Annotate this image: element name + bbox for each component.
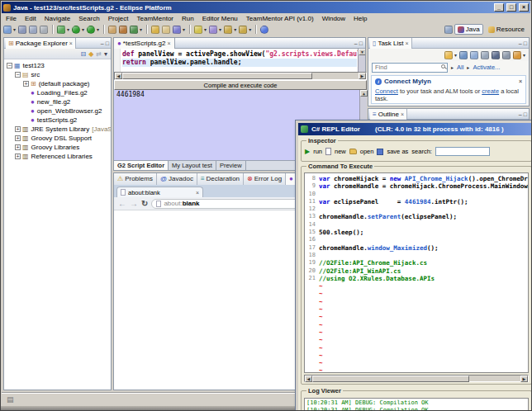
scroll-right-icon[interactable]: ▶: [359, 73, 366, 79]
dropdown-arrow-icon[interactable]: ▾: [67, 26, 69, 32]
run-external-icon[interactable]: [87, 26, 95, 34]
minimize-view-icon[interactable]: –: [354, 40, 358, 47]
editor-tab-testscripts[interactable]: ● *testScripts.g2 ×: [114, 38, 175, 49]
open-type-icon[interactable]: [162, 26, 170, 34]
menu-file[interactable]: File: [2, 15, 21, 22]
sync-icon[interactable]: [513, 51, 521, 59]
tree-item-new-file-g2[interactable]: ●new_file.g2: [4, 97, 111, 106]
tree-expand-toggle[interactable]: +: [23, 81, 29, 87]
close-icon[interactable]: ×: [69, 40, 73, 47]
delete-icon[interactable]: [492, 51, 500, 59]
tree-expand-toggle[interactable]: −: [7, 63, 12, 68]
filter-all-link[interactable]: All: [457, 64, 463, 71]
scroll-up-icon[interactable]: ▼: [359, 49, 365, 55]
tree-item-loading-files-g2[interactable]: ●Loading_Files.g2: [4, 88, 111, 97]
view-tab-declaration[interactable]: ≡Declaration: [197, 173, 244, 185]
print-icon[interactable]: [40, 26, 48, 34]
compile-execute-button[interactable]: Compile and execute code: [114, 80, 367, 90]
link-editor-icon[interactable]: ⇄: [96, 50, 102, 58]
dropdown-arrow-icon[interactable]: ▾: [454, 52, 457, 58]
tree-item-default-package[interactable]: +⊞(default package): [4, 79, 111, 88]
open-folder-icon[interactable]: [349, 149, 357, 154]
editor-page-tab-my-layout-test[interactable]: My Layout test: [169, 161, 216, 170]
mylyn-link-connect[interactable]: Connect: [375, 87, 398, 95]
back-icon[interactable]: [224, 26, 232, 34]
tree-item-referenced-libraries[interactable]: +▥Referenced Libraries: [4, 152, 111, 161]
dropdown-arrow-icon[interactable]: ▾: [183, 26, 185, 32]
help-icon[interactable]: [260, 26, 268, 34]
tree-expand-toggle[interactable]: +: [15, 154, 21, 159]
scroll-left-icon[interactable]: ◀: [115, 73, 122, 79]
close-button[interactable]: ×: [519, 3, 529, 12]
menu-project[interactable]: Project: [104, 15, 133, 22]
focus-workweek-icon[interactable]: [459, 51, 468, 59]
menu-help[interactable]: Help: [349, 15, 371, 22]
last-edit-location-icon[interactable]: [194, 26, 202, 34]
menu-teammentor-api-v1-0[interactable]: TeamMentor API (v1.0): [242, 15, 318, 22]
activate-link[interactable]: Activate...: [473, 64, 500, 71]
browser-reload-icon[interactable]: ↻: [141, 200, 148, 208]
debug-icon[interactable]: [57, 26, 65, 34]
maximize-view-icon[interactable]: □: [359, 40, 363, 47]
tree-expand-toggle[interactable]: −: [15, 72, 21, 78]
minimize-button[interactable]: _: [494, 3, 504, 12]
run-button[interactable]: run: [313, 148, 322, 155]
view-menu-icon[interactable]: ▾: [523, 52, 525, 58]
tree-expand-toggle[interactable]: +: [15, 144, 21, 150]
log-viewer-content[interactable]: [10:20:31 AM] DEBUG: Compilation OK[10:2…: [304, 398, 529, 411]
view-tab-problems[interactable]: ⚠Problems: [114, 173, 157, 185]
run-icon[interactable]: ▶: [305, 149, 310, 155]
dropdown-arrow-icon[interactable]: ▾: [219, 26, 221, 32]
perspective-java-button[interactable]: Java: [454, 24, 483, 35]
package-explorer-tab[interactable]: ⊞ Package Explorer ×: [6, 38, 76, 49]
new-file-icon[interactable]: [325, 148, 331, 155]
editor-page-tab-g2-script-editor[interactable]: G2 Script Editor: [114, 161, 169, 170]
tree-item-open-webbrowser-g2[interactable]: ●open_WebBrowser.g2: [4, 106, 111, 116]
scrollbar-thumb[interactable]: [122, 73, 312, 79]
repl-titlebar[interactable]: C# REPL Editor (CLR: 4.0 in 32 bit proce…: [298, 123, 532, 135]
find-input[interactable]: [372, 63, 448, 73]
groovy-code-area[interactable]: def panelView = activePage.showView("g2.…: [114, 49, 365, 72]
browser-forward-icon[interactable]: →: [130, 200, 138, 208]
collapse-all-icon[interactable]: ⊟: [80, 50, 86, 58]
new-wizard-icon[interactable]: [3, 26, 12, 34]
save-as-button[interactable]: save as: [387, 148, 408, 155]
tree-item-testscripts-g2[interactable]: ●testScripts.g2: [4, 116, 111, 125]
close-icon[interactable]: ×: [406, 40, 409, 47]
menu-edit[interactable]: Edit: [21, 15, 40, 22]
new-button[interactable]: new: [335, 148, 346, 155]
dropdown-arrow-icon[interactable]: ▾: [204, 26, 207, 32]
close-icon[interactable]: ×: [167, 40, 170, 47]
run-icon[interactable]: [72, 26, 80, 34]
repl-search-input[interactable]: [435, 147, 490, 156]
scroll-left-icon[interactable]: ◀: [305, 376, 312, 382]
tree-item-src[interactable]: −▤src: [4, 70, 111, 79]
save-icon[interactable]: [18, 26, 26, 34]
tree-expand-toggle[interactable]: +: [15, 135, 21, 141]
forward-icon[interactable]: [239, 26, 247, 34]
collapse-icon[interactable]: [502, 51, 511, 59]
minimize-view-icon[interactable]: –: [519, 40, 522, 47]
dropdown-arrow-icon[interactable]: ▾: [82, 26, 84, 32]
task-list-tab[interactable]: ▯ Task List ×: [370, 38, 412, 49]
close-icon[interactable]: ×: [519, 78, 522, 85]
search-icon[interactable]: [173, 26, 181, 34]
menu-search[interactable]: Search: [74, 15, 103, 22]
scroll-up-icon[interactable]: ▲: [360, 90, 368, 97]
minimize-view-icon[interactable]: –: [101, 40, 104, 47]
editor-vscrollbar[interactable]: ▼: [358, 49, 365, 72]
dropdown-arrow-icon[interactable]: ▾: [234, 26, 236, 32]
open-resource-icon[interactable]: [151, 26, 159, 34]
browser-tab[interactable]: about:blank ×: [116, 187, 203, 197]
open-button[interactable]: open: [360, 148, 374, 155]
close-icon[interactable]: ×: [401, 111, 404, 118]
new-task-icon[interactable]: [444, 51, 453, 59]
dropdown-arrow-icon[interactable]: ▾: [13, 26, 16, 32]
repl-hscrollbar[interactable]: ◀ ▶: [304, 375, 529, 382]
view-tab-error-log[interactable]: ⊗Error Log: [244, 173, 286, 185]
menu-teammentor[interactable]: TeamMentor: [133, 15, 178, 22]
close-icon[interactable]: ×: [196, 189, 199, 196]
menu-window[interactable]: Window: [318, 15, 349, 22]
gear-icon[interactable]: [481, 51, 489, 59]
scroll-right-icon[interactable]: ▶: [520, 376, 528, 382]
